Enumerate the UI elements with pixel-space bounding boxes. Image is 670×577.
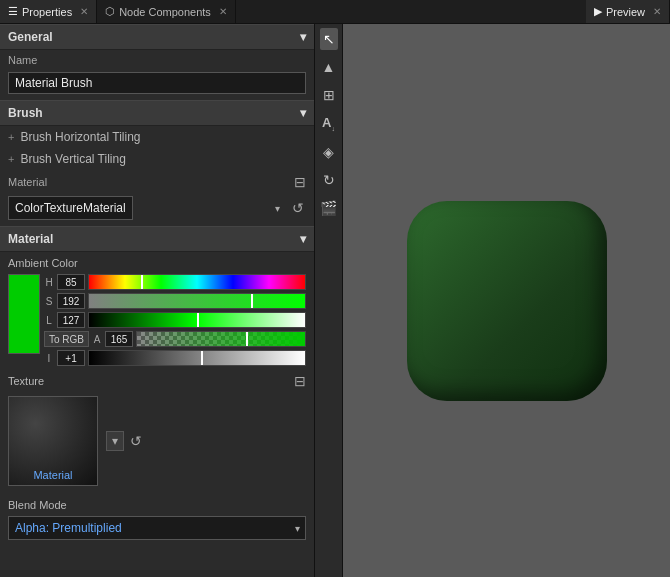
texture-dropdown-button[interactable]: ▾: [106, 431, 124, 451]
texture-reset-button[interactable]: ↺: [130, 433, 142, 449]
name-field-row: Name: [0, 50, 314, 70]
h-track[interactable]: [88, 274, 306, 290]
preview-tab-close[interactable]: ✕: [653, 6, 661, 17]
texture-controls: ▾ ↺: [106, 431, 142, 451]
tab-properties[interactable]: ☰ Properties ✕: [0, 0, 97, 23]
blend-select-row: Alpha: Premultiplied: [0, 514, 314, 548]
a-marker: [246, 332, 248, 346]
i-label: I: [44, 353, 54, 364]
left-panel: General ▾ Name Brush ▾ + Brush Horizonta…: [0, 24, 315, 577]
brush-section-header[interactable]: Brush ▾: [0, 100, 314, 126]
s-label: S: [44, 296, 54, 307]
texture-label: Texture: [8, 375, 44, 387]
refresh-tool-icon[interactable]: ↻: [320, 169, 338, 191]
brush-section-label: Brush: [8, 106, 43, 120]
general-chevron-icon: ▾: [300, 30, 306, 44]
texture-header-row: Texture ⊟: [0, 368, 314, 392]
layers-tool-icon[interactable]: ◈: [320, 141, 337, 163]
a-track-overlay: [137, 332, 305, 346]
a-slider-row: To RGB A: [44, 331, 306, 347]
node-components-tab-label: Node Components: [119, 6, 211, 18]
s-slider-row: S: [44, 293, 306, 309]
node-components-tab-icon: ⬡: [105, 5, 115, 18]
blend-mode-label: Blend Mode: [0, 494, 314, 514]
i-value[interactable]: [57, 350, 85, 366]
preview-tab-label: Preview: [606, 6, 645, 18]
general-section-label: General: [8, 30, 53, 44]
sliders-area: H S L: [44, 274, 306, 366]
texture-thumb-label: Material: [33, 469, 72, 481]
cursor-tool-icon[interactable]: ↖: [320, 28, 338, 50]
l-slider-row: L: [44, 312, 306, 328]
preview-toolbar: ↖ ▲ ⊞ A↓ ◈ ↻ 🎬: [315, 24, 343, 577]
h-slider-row: H: [44, 274, 306, 290]
properties-tab-label: Properties: [22, 6, 72, 18]
color-swatch[interactable]: [8, 274, 40, 354]
right-panel: ↖ ▲ ⊞ A↓ ◈ ↻ 🎬: [315, 24, 670, 577]
s-value[interactable]: [57, 293, 85, 309]
name-label: Name: [8, 54, 58, 66]
tab-node-components[interactable]: ⬡ Node Components ✕: [97, 0, 236, 23]
ambient-color-label: Ambient Color: [0, 252, 314, 272]
i-marker: [201, 351, 203, 365]
material-section-header[interactable]: Material ▾: [0, 226, 314, 252]
grid-tool-icon[interactable]: ⊞: [320, 84, 338, 106]
texture-thumbnail: Material: [8, 396, 98, 486]
camera-tool-icon[interactable]: 🎬: [317, 197, 340, 219]
general-section-header[interactable]: General ▾: [0, 24, 314, 50]
i-slider-row: I: [44, 350, 306, 366]
preview-area: [343, 24, 670, 577]
text-tool-icon[interactable]: A↓: [319, 112, 338, 135]
pointer-tool-icon[interactable]: ▲: [319, 56, 339, 78]
texture-content: Material ▾ ↺: [0, 392, 314, 494]
material-field-row: Material ⊟: [0, 170, 314, 194]
name-input[interactable]: [8, 72, 306, 94]
brush-chevron-icon: ▾: [300, 106, 306, 120]
texture-grid-icon[interactable]: ⊟: [294, 373, 306, 389]
brush-vertical-tiling-item[interactable]: + Brush Vertical Tiling: [0, 148, 314, 170]
brush-vertical-label: Brush Vertical Tiling: [20, 152, 125, 166]
preview-tab-icon: ▶: [594, 5, 602, 18]
h-marker: [141, 275, 143, 289]
h-label: H: [44, 277, 54, 288]
material-select[interactable]: ColorTextureMaterial: [8, 196, 133, 220]
brush-horizontal-tiling-item[interactable]: + Brush Horizontal Tiling: [0, 126, 314, 148]
brush-horizontal-label: Brush Horizontal Tiling: [20, 130, 140, 144]
blend-mode-select[interactable]: Alpha: Premultiplied: [8, 516, 306, 540]
a-value[interactable]: [105, 331, 133, 347]
brush-vertical-plus-icon: +: [8, 153, 14, 165]
l-value[interactable]: [57, 312, 85, 328]
material-grid-icon[interactable]: ⊟: [294, 174, 306, 190]
properties-tab-icon: ☰: [8, 5, 18, 18]
material-select-row: ColorTextureMaterial ↺: [0, 194, 314, 226]
l-track[interactable]: [88, 312, 306, 328]
preview-shape: [407, 201, 607, 401]
l-label: L: [44, 315, 54, 326]
to-rgb-button[interactable]: To RGB: [44, 331, 89, 347]
properties-tab-close[interactable]: ✕: [80, 6, 88, 17]
h-value[interactable]: [57, 274, 85, 290]
main-area: General ▾ Name Brush ▾ + Brush Horizonta…: [0, 24, 670, 577]
brush-horizontal-plus-icon: +: [8, 131, 14, 143]
s-track[interactable]: [88, 293, 306, 309]
material-chevron-icon: ▾: [300, 232, 306, 246]
l-marker: [197, 313, 199, 327]
material-section-label: Material: [8, 232, 53, 246]
a-track[interactable]: [136, 331, 306, 347]
material-reset-button[interactable]: ↺: [290, 198, 306, 218]
color-sliders-area: H S L: [0, 272, 314, 368]
tab-bar: ☰ Properties ✕ ⬡ Node Components ✕ ▶ Pre…: [0, 0, 670, 24]
material-field-label: Material: [8, 176, 290, 188]
i-track[interactable]: [88, 350, 306, 366]
a-label: A: [92, 334, 102, 345]
tab-preview[interactable]: ▶ Preview ✕: [586, 0, 670, 23]
material-select-wrapper: ColorTextureMaterial: [8, 196, 286, 220]
node-components-tab-close[interactable]: ✕: [219, 6, 227, 17]
blend-select-wrapper: Alpha: Premultiplied: [8, 516, 306, 540]
s-marker: [251, 294, 253, 308]
